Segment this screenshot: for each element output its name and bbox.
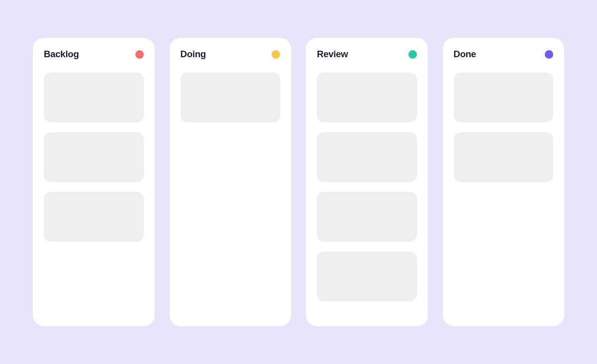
card-item[interactable]	[44, 73, 144, 122]
card-list	[454, 73, 554, 182]
column-header: Done	[454, 49, 554, 60]
card-list	[44, 73, 144, 242]
kanban-board: Backlog Doing Review Don	[33, 38, 564, 326]
card-item[interactable]	[317, 252, 417, 301]
column-review[interactable]: Review	[306, 38, 428, 326]
card-item[interactable]	[44, 132, 144, 182]
card-item[interactable]	[44, 192, 144, 242]
status-dot-icon	[272, 50, 280, 59]
card-item[interactable]	[317, 73, 417, 122]
column-header: Doing	[181, 49, 281, 60]
column-backlog[interactable]: Backlog	[33, 38, 155, 326]
card-item[interactable]	[454, 132, 554, 182]
card-list	[317, 73, 417, 301]
column-title: Done	[454, 49, 476, 60]
column-title: Backlog	[44, 49, 79, 60]
column-header: Backlog	[44, 49, 144, 60]
column-header: Review	[317, 49, 417, 60]
card-item[interactable]	[317, 192, 417, 242]
status-dot-icon	[408, 50, 417, 59]
card-item[interactable]	[181, 73, 281, 122]
card-item[interactable]	[317, 132, 417, 182]
column-done[interactable]: Done	[443, 38, 565, 326]
status-dot-icon	[135, 50, 144, 59]
column-title: Review	[317, 49, 348, 60]
column-doing[interactable]: Doing	[170, 38, 292, 326]
column-title: Doing	[181, 49, 206, 60]
status-dot-icon	[545, 50, 553, 59]
card-item[interactable]	[454, 73, 554, 122]
card-list	[181, 73, 281, 122]
